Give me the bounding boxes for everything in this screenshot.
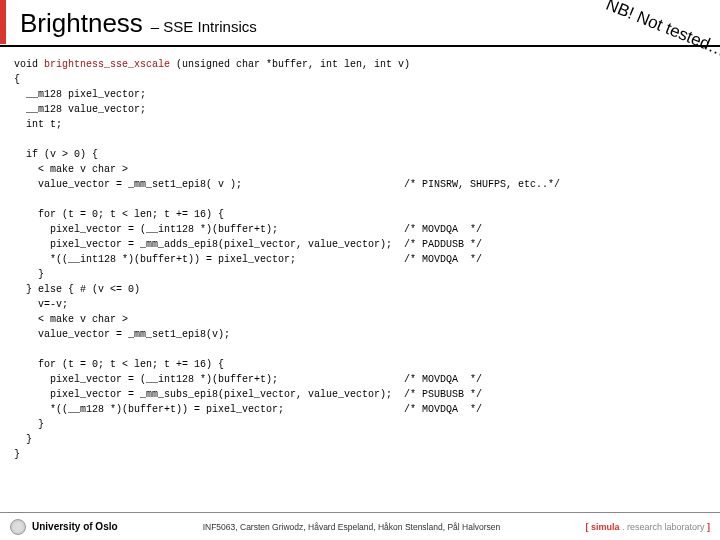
bracket-close: ] [707,522,710,532]
code-line: } [14,269,44,280]
code-comment: /* MOVDQA */ [404,404,482,415]
code-comment: /* PADDUSB */ [404,239,482,250]
course-info: INF5063, Carsten Griwodz, Håvard Espelan… [203,522,501,532]
code-line: pixel_vector = _mm_subs_epi8(pixel_vecto… [14,389,404,400]
lab-simula: simula [591,522,620,532]
code-line: } [14,434,32,445]
lab-label: [ simula . research laboratory ] [585,522,710,532]
code-line: value_vector = _mm_set1_epi8(v); [14,329,230,340]
code-comment: /* PSUBUSB */ [404,389,482,400]
code-line: *((__m128 *)(buffer+t)) = pixel_vector; [14,404,404,415]
code-line: < make v char > [14,314,128,325]
code-comment: /* MOVDQA */ [404,254,482,265]
code-line: pixel_vector = (__int128 *)(buffer+t); [14,224,404,235]
function-name: brightness_sse_xscale [44,59,170,70]
code-line: } [14,419,44,430]
code-line: *((__int128 *)(buffer+t)) = pixel_vector… [14,254,404,265]
code-comment: /* PINSRW, SHUFPS, etc..*/ [404,179,560,190]
code-line: for (t = 0; t < len; t += 16) { [14,209,224,220]
university-seal-icon [10,519,26,535]
code-line: for (t = 0; t < len; t += 16) { [14,359,224,370]
code-line: void [14,59,44,70]
code-line: __m128 value_vector; [14,104,146,115]
university-label: University of Oslo [10,519,118,535]
code-line: value_vector = _mm_set1_epi8( v ); [14,179,404,190]
university-name: University of Oslo [32,521,118,532]
slide-title: Brightness [20,8,143,39]
code-line: v=-v; [14,299,68,310]
code-line: { [14,74,20,85]
code-line: if (v > 0) { [14,149,98,160]
code-line: } [14,449,20,460]
code-line: pixel_vector = _mm_adds_epi8(pixel_vecto… [14,239,404,250]
code-line: (unsigned char *buffer, int len, int v) [170,59,410,70]
code-line: int t; [14,119,62,130]
code-line: __m128 pixel_vector; [14,89,146,100]
slide-footer: University of Oslo INF5063, Carsten Griw… [0,512,720,540]
code-comment: /* MOVDQA */ [404,224,482,235]
code-line: pixel_vector = (__int128 *)(buffer+t); [14,374,404,385]
code-line: < make v char > [14,164,128,175]
code-line: } else { # (v <= 0) [14,284,140,295]
code-block: void brightness_sse_xscale (unsigned cha… [0,47,720,462]
code-comment: /* MOVDQA */ [404,374,482,385]
lab-rest: . research laboratory [619,522,707,532]
slide-subtitle: – SSE Intrinsics [151,18,257,35]
accent-bar [0,0,6,44]
